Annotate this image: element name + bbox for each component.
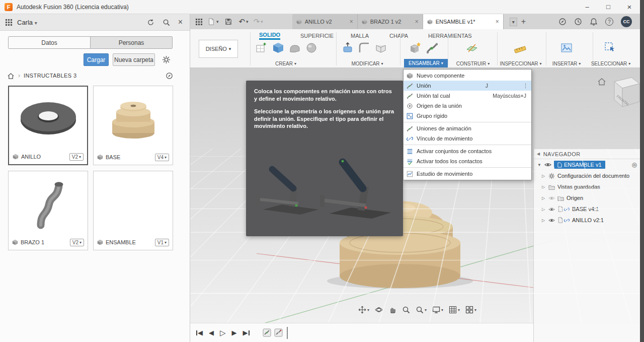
create-sphere-icon[interactable] [305,41,318,54]
group-modificar[interactable]: MODIFICAR▾ [347,59,387,67]
project-card-brazo[interactable]: BRAZO 1 V2▾ [8,171,88,250]
ribbon-tab-superficie[interactable]: SUPERFICIE [300,31,334,40]
tree-row-document-settings[interactable]: ▷ Configuración del documento [534,170,640,181]
new-tab-button[interactable]: + [521,17,526,26]
breadcrumb-folder[interactable]: INSTRUCTABLES 3 [24,73,76,79]
menu-item-union[interactable]: Unión J ⋮ [404,81,531,91]
help-icon[interactable]: ? [605,18,613,26]
project-card-base[interactable]: BASE V4▾ [93,86,173,165]
look-at-tool[interactable] [375,306,383,314]
app-grid-icon[interactable] [5,19,13,26]
visibility-eye-icon[interactable] [548,206,555,213]
shell-icon[interactable] [374,41,387,54]
expand-arrow-icon[interactable]: ▷ [541,218,546,223]
activate-component-radio[interactable]: ◎ [632,161,637,168]
create-box-icon[interactable] [272,41,285,54]
close-tab-icon[interactable]: × [350,18,353,25]
project-card-anillo[interactable]: ANILLO V2▾ [8,86,88,165]
press-pull-icon[interactable] [341,41,354,54]
group-inspeccionar[interactable]: INSPECCIONAR▾ [498,59,543,67]
job-status-icon[interactable] [574,18,582,26]
create-loft-icon[interactable] [288,41,301,54]
group-ensamblar[interactable]: ENSAMBLAR▾ [404,59,448,67]
close-panel-icon[interactable]: × [178,18,183,27]
viewports-tool[interactable]: ▾ [465,306,476,314]
right-scrollbar[interactable] [640,0,644,342]
visibility-eye-icon[interactable] [548,217,555,224]
timeline-joint-feature-icon-2[interactable] [274,328,283,337]
undo-button[interactable]: ↶▾ [239,17,249,26]
view-cube[interactable]: FRONTAL [596,74,640,117]
fillet-icon[interactable] [358,41,371,54]
maximize-button[interactable]: □ [598,0,619,14]
visibility-eye-icon[interactable] [544,161,551,168]
doc-tab-ensamble[interactable]: ENSAMBLE v1* × [423,14,504,29]
timeline-skip-end-button[interactable]: ▶ [243,329,250,336]
construct-plane-icon[interactable] [465,41,478,54]
version-dropdown[interactable]: V2▾ [70,239,84,246]
menu-item-uniones-animacion[interactable]: Uniones de animación [404,123,531,133]
save-icon[interactable] [225,18,232,25]
timeline-joint-feature-icon[interactable] [263,328,271,337]
tab-datos[interactable]: Datos [9,37,91,48]
select-icon[interactable] [604,41,617,54]
menu-item-grupo-rigido[interactable]: Grupo rígido [404,111,531,121]
timeline-position-marker[interactable] [287,327,288,339]
doc-tab-anillo[interactable]: ANILLO v2 × [292,14,358,29]
kebab-menu-icon[interactable]: ⋮ [523,83,528,89]
timeline-play-button[interactable]: ▷ [220,328,226,337]
group-crear[interactable]: CREAR▾ [268,59,303,67]
refresh-icon[interactable] [147,19,154,26]
version-dropdown[interactable]: V4▾ [155,154,169,161]
visibility-eye-off-icon[interactable] [548,195,555,201]
expand-arrow-icon[interactable]: ▷ [541,207,546,212]
pan-hand-tool[interactable] [388,306,396,314]
menu-item-nuevo-componente[interactable]: Nuevo componente [404,71,531,81]
tree-row-anillo[interactable]: ▷ ANILLO v2:1 [534,215,640,226]
joint-icon[interactable] [426,41,439,54]
root-component-selected[interactable]: ENSAMBLE v1 [554,161,605,169]
ribbon-tab-solido[interactable]: SOLIDO [259,31,280,40]
create-sketch-icon[interactable] [255,41,268,54]
project-card-ensamble[interactable]: ENSAMBLE V1▾ [93,171,173,250]
nueva-carpeta-button[interactable]: Nueva carpeta [113,53,155,66]
tree-row-saved-views[interactable]: ▷ Vistas guardadas [534,181,640,192]
menu-item-activar-conjuntos[interactable]: Activar conjuntos de contactos [404,146,531,156]
menu-item-activar-todos[interactable]: Activar todos los contactos [404,156,531,166]
extensions-icon[interactable] [558,18,567,26]
data-panel-toggle-icon[interactable] [195,18,203,26]
pan-orbit-tool[interactable]: ▾ [358,306,369,314]
fit-zoom-window-tool[interactable]: ▾ [416,306,427,314]
expand-arrow-icon[interactable]: ▷ [541,174,546,178]
insert-icon[interactable] [560,41,573,54]
close-tab-icon[interactable]: × [415,18,419,25]
expand-arrow-icon[interactable]: ▼ [537,163,542,167]
zoom-tool[interactable] [402,306,410,314]
menu-item-origen-union[interactable]: Origen de la unión [404,101,531,111]
tree-row-root[interactable]: ▼ ENSAMBLE v1 ◎ [534,159,640,170]
minimize-button[interactable]: – [577,0,598,14]
sync-status-icon[interactable] [166,72,173,80]
avatar[interactable]: CC [621,16,632,27]
ribbon-tab-malla[interactable]: MALLA [351,31,369,40]
menu-item-estudio-movimiento[interactable]: Estudio de movimiento [404,169,531,179]
tree-row-origin[interactable]: ▷ Origen [534,192,640,203]
tab-list-dropdown[interactable]: ▾ [510,18,517,26]
version-dropdown[interactable]: V1▾ [155,239,169,246]
group-seleccionar[interactable]: SELECCIONAR▾ [589,59,633,67]
timeline-step-forward-button[interactable]: ▶ [232,329,237,336]
menu-item-union-tal-cual[interactable]: Unión tal cual Mayúsculas+J [404,91,531,101]
display-settings-tool[interactable]: ▾ [432,306,443,314]
cargar-button[interactable]: Cargar [84,53,109,66]
group-insertar[interactable]: INSERTAR▾ [548,59,585,67]
close-tab-icon[interactable]: × [496,18,499,25]
tree-row-base[interactable]: ▷ BASE v4:1 [534,203,640,215]
doc-tab-brazo[interactable]: BRAZO 1 v2 × [358,14,423,29]
hub-selector[interactable]: Carla ▾ [17,19,37,26]
expand-arrow-icon[interactable]: ▷ [541,196,546,200]
settings-gear-icon[interactable] [162,55,171,64]
notifications-bell-icon[interactable] [590,18,598,26]
home-icon[interactable] [7,72,15,80]
ribbon-tab-herramientas[interactable]: HERRAMIENTAS [428,31,472,40]
expand-arrow-icon[interactable]: ▷ [541,185,546,189]
